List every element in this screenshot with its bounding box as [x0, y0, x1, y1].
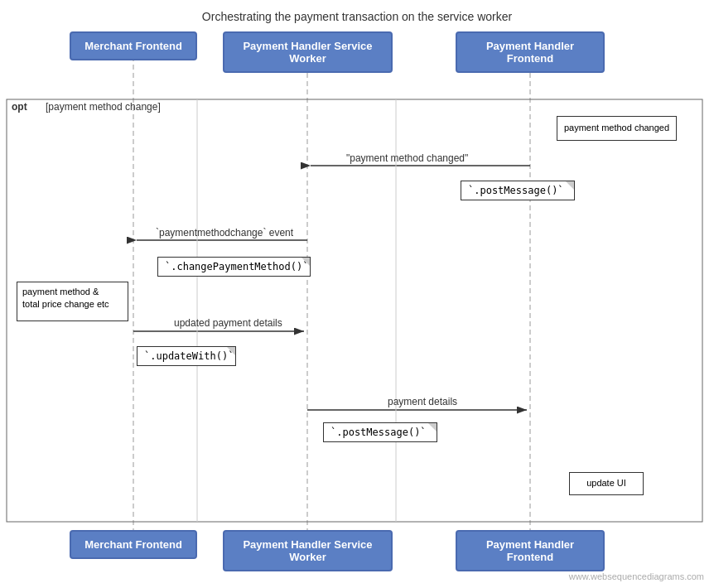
arrow-label-3: updated payment details: [174, 317, 282, 329]
opt-condition: [payment method change]: [46, 101, 161, 113]
diagram-title: Orchestrating the payment transaction on…: [0, 0, 714, 30]
actor-service-worker-top: Payment Handler Service Worker: [223, 31, 393, 73]
method-postmessage2: `.postMessage()`: [323, 422, 437, 442]
note-side: payment method & total price change etc: [17, 282, 128, 321]
opt-label: opt: [12, 101, 27, 113]
actor-merchant-bottom: Merchant Frontend: [70, 530, 197, 559]
watermark: www.websequencediagrams.com: [569, 571, 704, 581]
method-updatewith: `.updateWith()`: [137, 346, 236, 366]
actor-service-worker-bottom: Payment Handler Service Worker: [223, 530, 393, 571]
actor-payment-handler-bottom: Payment Handler Frontend: [456, 530, 605, 571]
note-payment-changed: payment method changed: [557, 116, 677, 141]
note-update-ui: update UI: [569, 472, 644, 495]
diagram-container: Orchestrating the payment transaction on…: [0, 0, 714, 588]
actor-payment-handler-top: Payment Handler Frontend: [456, 31, 605, 73]
arrow-label-2: `paymentmethodchange` event: [156, 227, 293, 239]
method-changepayment: `.changePaymentMethod()`: [157, 257, 311, 277]
arrow-label-1: "payment method changed": [346, 152, 468, 164]
arrow-label-4: payment details: [388, 396, 457, 407]
method-postmessage1: `.postMessage()`: [461, 181, 575, 200]
actor-merchant-top: Merchant Frontend: [70, 31, 197, 60]
